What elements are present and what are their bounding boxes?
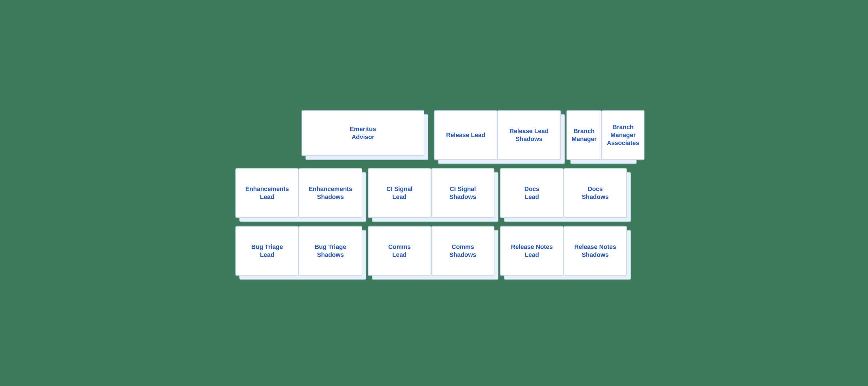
release-lead-group: Release Lead Release LeadShadows (434, 111, 561, 160)
enhancements-lead-card[interactable]: EnhancementsLead (236, 168, 299, 218)
ci-signal-group: CI SignalLead CI SignalShadows (368, 168, 495, 218)
enhancements-shadows-label: EnhancementsShadows (309, 185, 352, 201)
branch-manager-group: BranchManager BranchManagerAssociates (566, 111, 632, 160)
docs-group: DocsLead DocsShadows (500, 168, 627, 218)
enhancements-shadows-card[interactable]: EnhancementsShadows (299, 168, 362, 218)
release-lead-card[interactable]: Release Lead (434, 111, 497, 160)
comms-lead-card[interactable]: CommsLead (368, 226, 431, 275)
branch-manager-associates-card[interactable]: BranchManagerAssociates (602, 111, 644, 160)
release-notes-shadows-card[interactable]: Release NotesShadows (564, 226, 627, 275)
ci-signal-shadows-label: CI SignalShadows (449, 185, 476, 201)
emeritus-advisor-group: EmeritusAdvisor (302, 111, 428, 160)
enhancements-lead-label: EnhancementsLead (245, 185, 289, 201)
comms-shadows-card[interactable]: CommsShadows (431, 226, 494, 275)
bug-triage-shadows-card[interactable]: Bug TriageShadows (299, 226, 362, 275)
emeritus-advisor-label: EmeritusAdvisor (350, 125, 376, 141)
docs-lead-label: DocsLead (525, 185, 539, 201)
release-lead-shadows-label: Release LeadShadows (509, 127, 549, 143)
branch-manager-associates-label: BranchManagerAssociates (607, 123, 639, 147)
docs-lead-card[interactable]: DocsLead (500, 168, 563, 218)
release-notes-group: Release NotesLead Release NotesShadows (500, 226, 627, 275)
release-lead-label: Release Lead (446, 131, 485, 139)
branch-manager-label: BranchManager (571, 127, 597, 143)
docs-shadows-card[interactable]: DocsShadows (564, 168, 627, 218)
emeritus-advisor-card[interactable]: EmeritusAdvisor (302, 111, 424, 156)
docs-shadows-label: DocsShadows (582, 185, 609, 201)
comms-lead-label: CommsLead (388, 243, 411, 259)
bug-triage-group: Bug TriageLead Bug TriageShadows (236, 226, 362, 275)
bug-triage-lead-label: Bug TriageLead (251, 243, 283, 259)
release-notes-lead-label: Release NotesLead (511, 243, 553, 259)
bug-triage-shadows-label: Bug TriageShadows (315, 243, 346, 259)
ci-signal-lead-card[interactable]: CI SignalLead (368, 168, 431, 218)
bug-triage-lead-card[interactable]: Bug TriageLead (236, 226, 299, 275)
release-notes-shadows-label: Release NotesShadows (575, 243, 616, 259)
branch-manager-card[interactable]: BranchManager (566, 111, 602, 160)
enhancements-group: EnhancementsLead EnhancementsShadows (236, 168, 362, 218)
ci-signal-shadows-card[interactable]: CI SignalShadows (431, 168, 494, 218)
main-grid: EmeritusAdvisor Release Lead Release Lea… (236, 111, 632, 275)
release-notes-lead-card[interactable]: Release NotesLead (500, 226, 563, 275)
comms-group: CommsLead CommsShadows (368, 226, 495, 275)
comms-shadows-label: CommsShadows (449, 243, 476, 259)
ci-signal-lead-label: CI SignalLead (386, 185, 412, 201)
release-lead-shadows-card[interactable]: Release LeadShadows (497, 111, 560, 160)
